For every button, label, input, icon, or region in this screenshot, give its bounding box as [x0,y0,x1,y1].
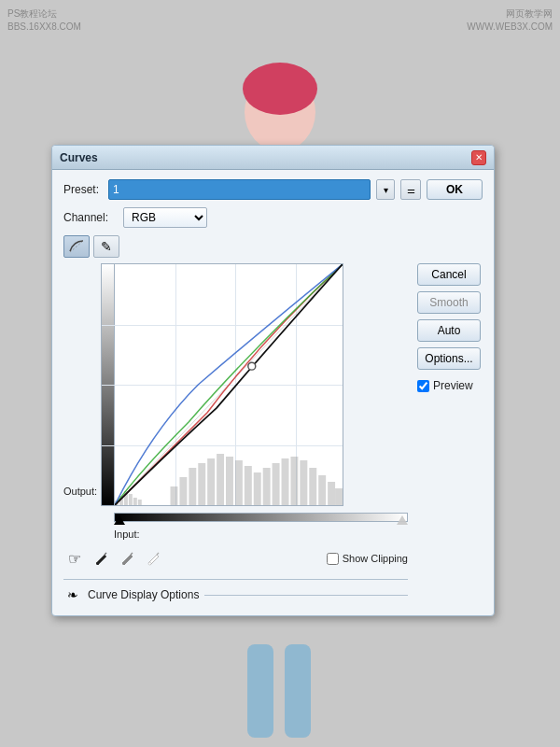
black-point-slider[interactable] [114,515,125,525]
graph-wrapper: Output: [63,263,408,525]
auto-button[interactable]: Auto [417,319,481,342]
smooth-button[interactable]: Smooth [417,291,481,314]
input-label: Input: [114,529,140,540]
svg-point-37 [148,562,151,565]
close-button[interactable]: ✕ [471,150,486,165]
hand-tool-button[interactable]: ☞ [63,547,86,570]
left-panel: ✎ Output: [63,235,408,604]
preset-input[interactable] [108,179,371,200]
tool-row: ✎ [63,235,408,258]
eyedropper-row: ☞ [63,547,408,570]
input-slider-area[interactable] [114,510,408,525]
output-label-area: Output: [63,263,101,525]
input-label-row: Input: [63,529,408,540]
main-content: ✎ Output: [63,235,483,604]
svg-line-36 [157,553,159,555]
watermark-left: PS教程论坛 BBS.16XX8.COM [7,7,81,34]
dialog-title: Curves [60,151,98,164]
preset-label: Preset: [63,183,103,196]
curve-display-row: ❧ Curve Display Options [63,579,408,604]
preset-dropdown-button[interactable]: ▾ [376,179,395,200]
eyedropper-tools [90,547,323,570]
curve-tool-button[interactable] [63,235,90,258]
svg-rect-3 [247,644,273,738]
input-slider-container [114,508,408,525]
graph-canvas[interactable] [101,263,343,506]
preview-checkbox[interactable] [417,380,429,392]
preview-row: Preview [417,379,483,392]
svg-rect-4 [285,644,311,738]
svg-point-1 [243,63,317,115]
dialog-body: Preset: ▾ ⚌ OK Channel: RGB Red Green Bl… [52,170,494,615]
svg-point-35 [122,562,125,565]
graph-col [101,263,408,525]
show-clipping-label: Show Clipping [343,553,408,564]
gray-eyedropper-button[interactable] [116,547,138,570]
black-eyedropper-button[interactable] [90,547,112,570]
preset-row: Preset: ▾ ⚌ OK [63,179,483,200]
curve-display-divider [204,595,408,596]
curve-display-expand-button[interactable]: ❧ [63,585,82,604]
ok-button[interactable]: OK [427,179,483,200]
preset-options-button[interactable]: ⚌ [400,179,421,200]
svg-point-31 [248,362,256,370]
channel-label: Channel: [63,211,118,224]
input-gradient-bar [114,513,408,522]
preview-label: Preview [433,379,473,392]
show-clipping-row: Show Clipping [327,553,408,565]
svg-point-0 [245,73,315,151]
channel-select[interactable]: RGB Red Green Blue [123,207,207,228]
title-bar: Curves ✕ [52,146,494,170]
channel-row: Channel: RGB Red Green Blue [63,207,483,228]
white-point-slider[interactable] [397,515,408,525]
svg-line-34 [131,553,133,555]
white-eyedropper-button[interactable] [142,547,164,570]
right-panel: Cancel Smooth Auto Options... Preview [417,235,483,604]
svg-point-33 [96,562,99,565]
options-button[interactable]: Options... [417,347,481,370]
pencil-tool-button[interactable]: ✎ [93,235,119,258]
svg-line-32 [105,553,106,555]
show-clipping-checkbox[interactable] [327,553,339,565]
curves-dialog: Curves ✕ Preset: ▾ ⚌ OK Channel: RGB Red… [51,145,495,616]
curve-display-label: Curve Display Options [88,588,199,601]
watermark-right: 网页教学网 WWW.WEB3X.COM [467,7,553,34]
cancel-button[interactable]: Cancel [417,263,481,286]
output-label: Output: [63,486,97,497]
curves-svg [115,264,343,505]
